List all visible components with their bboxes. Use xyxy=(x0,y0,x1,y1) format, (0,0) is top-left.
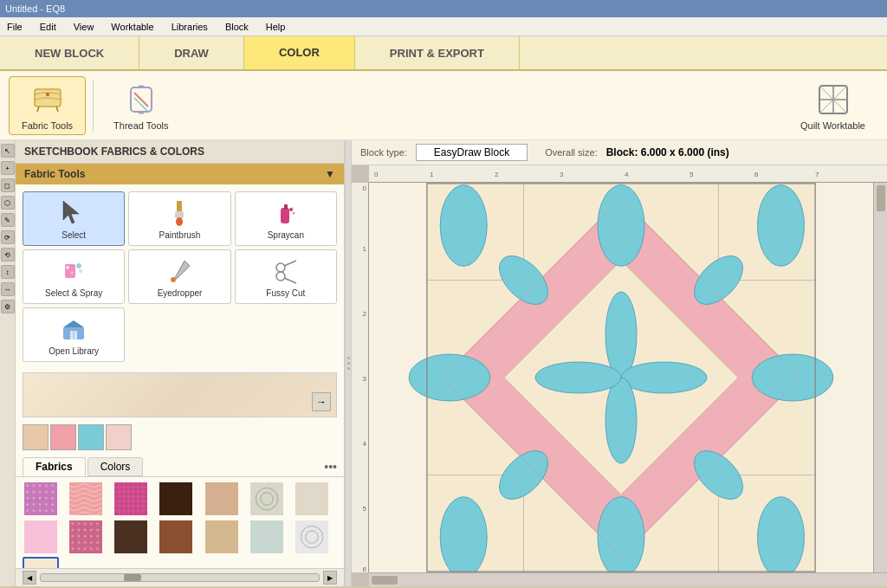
block-info-bar: Block type: EasyDraw Block Overall size:… xyxy=(352,140,887,165)
left-tool-6[interactable]: ⟳ xyxy=(1,230,15,244)
fab-col-tabs: Fabrics Colors ••• xyxy=(16,454,344,477)
fabric-tools-collapse-icon[interactable]: ▼ xyxy=(325,168,335,180)
svg-line-23 xyxy=(284,261,296,266)
left-tool-9[interactable]: ↔ xyxy=(1,282,15,296)
left-tool-8[interactable]: ↕ xyxy=(1,265,15,279)
fabric-swatch-0[interactable] xyxy=(23,481,59,517)
spraycan-label: Spraycan xyxy=(268,230,304,240)
resize-handle[interactable] xyxy=(345,140,352,586)
tab-new-block[interactable]: NEW BLOCK xyxy=(0,36,139,69)
menu-file[interactable]: File xyxy=(3,20,26,34)
left-tool-2[interactable]: + xyxy=(1,161,15,175)
tab-draw[interactable]: DRAW xyxy=(139,36,244,69)
toolbar-thread-tools[interactable]: Thread Tools xyxy=(100,76,181,135)
fabric-grid xyxy=(16,477,344,568)
toolbar: Fabric Tools Thread Tools Quilt Worktabl… xyxy=(0,71,887,140)
svg-point-1 xyxy=(46,93,49,96)
thread-tools-label: Thread Tools xyxy=(113,120,168,131)
fabric-swatch-8[interactable] xyxy=(68,519,104,555)
block-type-label: Block type: xyxy=(360,147,407,158)
svg-point-13 xyxy=(292,212,295,215)
toolbar-quilt-worktable[interactable]: Quilt Worktable xyxy=(787,76,878,135)
ruler-h-0: 0 xyxy=(374,171,378,178)
menu-help[interactable]: Help xyxy=(262,20,289,34)
fabric-swatch-7[interactable] xyxy=(23,519,59,555)
left-tool-5[interactable]: ✎ xyxy=(1,213,15,227)
vertical-scrollbar[interactable] xyxy=(873,183,887,572)
tab-color[interactable]: COLOR xyxy=(244,36,355,69)
swatch-pink[interactable] xyxy=(50,424,76,450)
fabric-swatch-14[interactable] xyxy=(23,557,59,568)
tab-fabrics[interactable]: Fabrics xyxy=(23,457,86,476)
left-tool-7[interactable]: ⟲ xyxy=(1,248,15,262)
fabric-preview-arrow[interactable]: → xyxy=(312,392,331,411)
fussy-cut-label: Fussy Cut xyxy=(266,288,305,298)
swatch-cream[interactable] xyxy=(23,424,49,450)
scroll-left[interactable]: ◀ xyxy=(23,571,36,585)
select-spray-icon xyxy=(58,255,89,287)
fabric-tools-header[interactable]: Fabric Tools ▼ xyxy=(16,164,344,184)
left-tool-4[interactable]: ⬡ xyxy=(1,196,15,210)
svg-rect-7 xyxy=(177,201,182,213)
sketchbook-scrollbar: ◀ ▶ xyxy=(16,568,344,586)
fabric-swatch-9[interactable] xyxy=(113,519,149,555)
resize-dot-2 xyxy=(347,362,350,365)
fabric-tools-icon xyxy=(29,81,67,119)
tab-colors[interactable]: Colors xyxy=(87,457,144,476)
scroll-right[interactable]: ▶ xyxy=(323,571,337,585)
eyedropper-icon xyxy=(164,255,195,287)
horizontal-scrollbar[interactable] xyxy=(369,572,887,586)
svg-point-14 xyxy=(292,207,294,209)
fabric-swatch-11[interactable] xyxy=(204,519,240,555)
tool-fussy-cut[interactable]: Fussy Cut xyxy=(235,249,337,304)
scrollbar-track[interactable] xyxy=(40,573,320,582)
tool-open-library[interactable]: Open Library xyxy=(23,307,125,362)
menubar: File Edit View Worktable Libraries Block… xyxy=(0,17,887,36)
tab-print-export[interactable]: PRINT & EXPORT xyxy=(355,36,520,69)
left-tool-1[interactable]: ↖ xyxy=(1,144,15,158)
canvas-area: Block type: EasyDraw Block Overall size:… xyxy=(352,140,887,586)
ruler-v-3: 3 xyxy=(363,375,366,383)
toolbar-fabric-tools[interactable]: Fabric Tools xyxy=(9,76,86,135)
fabric-swatch-3[interactable] xyxy=(158,481,194,517)
paintbrush-icon xyxy=(164,197,195,229)
menu-edit[interactable]: Edit xyxy=(36,20,60,34)
fabric-swatch-10[interactable] xyxy=(158,519,194,555)
svg-point-20 xyxy=(171,277,176,282)
open-library-icon xyxy=(58,313,89,345)
tool-spraycan[interactable]: Spraycan xyxy=(235,191,337,246)
menu-worktable[interactable]: Worktable xyxy=(107,20,157,34)
tool-select-spray[interactable]: Select & Spray xyxy=(23,249,125,304)
swatch-teal[interactable] xyxy=(78,424,104,450)
fabric-swatch-1[interactable] xyxy=(68,481,104,517)
tool-eyedropper[interactable]: Eyedropper xyxy=(128,249,230,304)
fabric-swatch-2[interactable] xyxy=(113,481,149,517)
ruler-left: 0 1 2 3 4 5 6 xyxy=(352,183,369,572)
tool-select[interactable]: Select xyxy=(23,191,125,246)
svg-point-39 xyxy=(758,185,805,267)
quilt-worktable-icon xyxy=(814,81,852,119)
quilt-canvas[interactable] xyxy=(369,183,873,572)
tool-paintbrush[interactable]: Paintbrush xyxy=(128,191,230,246)
thread-tools-icon xyxy=(122,81,160,119)
ruler-v-4: 4 xyxy=(363,440,366,448)
swatch-peach[interactable] xyxy=(106,424,132,450)
fabric-swatch-6[interactable] xyxy=(294,481,330,517)
menu-block[interactable]: Block xyxy=(222,20,252,34)
svg-point-45 xyxy=(752,354,833,401)
resize-dot-1 xyxy=(347,357,350,359)
left-tool-10[interactable]: ⚙ xyxy=(1,300,15,313)
svg-point-40 xyxy=(440,185,487,267)
fabric-swatch-12[interactable] xyxy=(249,519,285,555)
menu-libraries[interactable]: Libraries xyxy=(168,20,211,34)
fab-col-more[interactable]: ••• xyxy=(324,460,337,474)
overall-size-value: Block: 6.000 x 6.000 (ins) xyxy=(606,146,729,158)
left-tool-3[interactable]: ◻ xyxy=(1,178,15,192)
menu-view[interactable]: View xyxy=(70,20,98,34)
fabric-swatch-5[interactable] xyxy=(249,481,285,517)
ruler-h-1: 1 xyxy=(430,171,433,178)
svg-point-9 xyxy=(176,217,183,226)
fabric-swatch-13[interactable] xyxy=(294,519,330,555)
fabric-swatch-4[interactable] xyxy=(204,481,240,517)
svg-rect-15 xyxy=(65,264,75,278)
